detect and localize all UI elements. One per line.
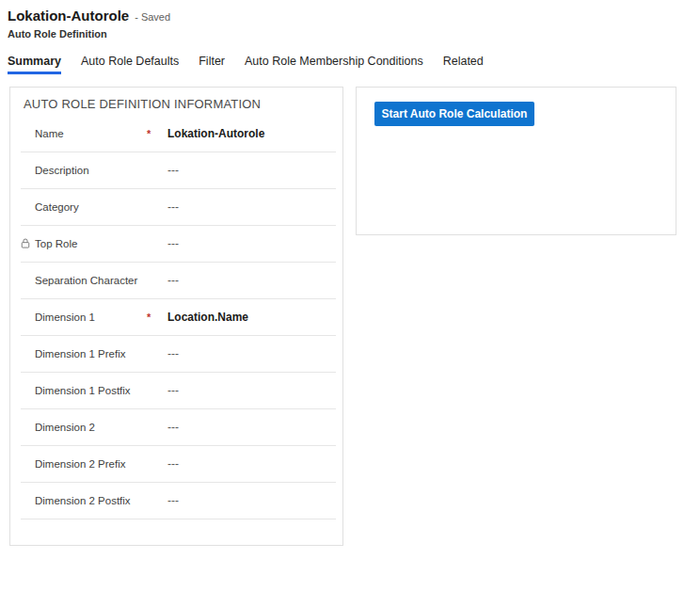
tab-auto-role-membership-conditions[interactable]: Auto Role Membership Conditions	[245, 55, 423, 74]
field-value-dimension-2[interactable]: ---	[167, 421, 336, 434]
entity-subtitle: Auto Role Definition	[8, 28, 700, 40]
lock-icon	[21, 235, 30, 252]
field-row-dimension-1-prefix: Dimension 1 Prefix---	[21, 336, 336, 373]
field-value-dimension-2-postfix[interactable]: ---	[167, 494, 336, 507]
field-value-description[interactable]: ---	[167, 164, 336, 177]
field-label: Dimension 1 Prefix	[35, 348, 147, 359]
required-asterisk: *	[147, 128, 167, 139]
field-label: Dimension 2 Postfix	[35, 495, 147, 506]
field-label: Dimension 1 Postfix	[35, 385, 147, 396]
field-label: Separation Character	[35, 275, 147, 286]
field-label: Dimension 2	[35, 422, 147, 433]
field-value-name[interactable]: Lokation-Autorole	[167, 127, 336, 140]
field-row-category: Category---	[21, 189, 336, 226]
field-label: Description	[35, 165, 147, 176]
field-list: Name*Lokation-AutoroleDescription---Cate…	[21, 116, 336, 519]
start-auto-role-calculation-button[interactable]: Start Auto Role Calculation	[374, 102, 534, 126]
field-label: Dimension 1	[35, 311, 147, 323]
definition-info-panel: AUTO ROLE DEFINITION INFORMATION Name*Lo…	[9, 87, 343, 546]
field-row-dimension-1-postfix: Dimension 1 Postfix---	[21, 373, 336, 409]
record-title: Lokation-Autorole	[8, 8, 129, 24]
field-row-description: Description---	[21, 152, 336, 189]
field-value-category[interactable]: ---	[167, 200, 336, 214]
field-row-top-role: Top Role---	[21, 226, 336, 263]
required-asterisk: *	[147, 311, 167, 323]
field-row-dimension-2-prefix: Dimension 2 Prefix---	[21, 446, 336, 483]
field-row-name: Name*Lokation-Autorole	[21, 116, 336, 152]
tab-summary[interactable]: Summary	[8, 55, 61, 74]
tab-related[interactable]: Related	[443, 55, 484, 74]
tab-filter[interactable]: Filter	[199, 55, 225, 74]
field-row-dimension-2-postfix: Dimension 2 Postfix---	[21, 483, 336, 519]
field-row-separation-character: Separation Character---	[21, 263, 336, 299]
content-area: AUTO ROLE DEFINITION INFORMATION Name*Lo…	[9, 87, 700, 546]
action-panel: Start Auto Role Calculation	[356, 87, 676, 235]
tab-auto-role-defaults[interactable]: Auto Role Defaults	[81, 55, 179, 74]
record-header: Lokation-Autorole - Saved	[8, 8, 700, 24]
field-label: Category	[35, 201, 147, 213]
save-status: - Saved	[135, 11, 170, 23]
field-value-dimension-1[interactable]: Location.Name	[167, 311, 336, 324]
page: Lokation-Autorole - Saved Auto Role Defi…	[0, 0, 700, 546]
field-value-top-role[interactable]: ---	[167, 237, 336, 250]
field-lock-cell	[21, 235, 35, 252]
field-value-dimension-1-prefix[interactable]: ---	[167, 347, 336, 360]
field-row-dimension-1: Dimension 1*Location.Name	[21, 299, 336, 336]
field-row-dimension-2: Dimension 2---	[21, 409, 336, 446]
field-value-separation-character[interactable]: ---	[167, 274, 336, 287]
section-title: AUTO ROLE DEFINITION INFORMATION	[24, 97, 336, 111]
field-value-dimension-2-prefix[interactable]: ---	[167, 457, 336, 471]
field-label: Top Role	[35, 238, 147, 249]
tab-bar: SummaryAuto Role DefaultsFilterAuto Role…	[8, 55, 700, 74]
field-label: Dimension 2 Prefix	[35, 458, 147, 470]
field-label: Name	[35, 128, 147, 139]
field-value-dimension-1-postfix[interactable]: ---	[167, 384, 336, 397]
